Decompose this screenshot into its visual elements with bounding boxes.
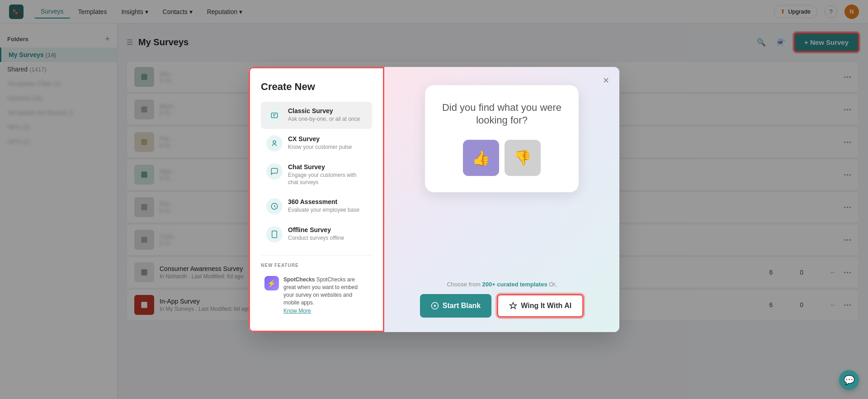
template-choice-text: Choose from 200+ curated templates Or, <box>399 281 605 288</box>
spotchecks-icon: ⚡ <box>264 276 279 290</box>
option-title-chat: Chat Survey <box>288 163 367 171</box>
option-title-cx: CX Survey <box>288 135 367 142</box>
option-desc-360: Evaluate your employee base <box>288 206 367 214</box>
thumb-up-button[interactable]: 👍 <box>463 140 499 176</box>
option-desc-cx: Know your customer pulse <box>288 143 367 151</box>
option-title-360: 360 Assessment <box>288 198 367 205</box>
option-desc-chat: Engage your customers with chat surveys <box>288 171 367 187</box>
preview-question-text: Did you find what you were looking for? <box>439 101 564 127</box>
modal-title: Create New <box>261 81 372 93</box>
chat-bubble-button[interactable]: 💬 <box>839 370 859 390</box>
thumb-down-button[interactable]: 👎 <box>505 140 541 176</box>
option-chat-survey[interactable]: Chat Survey Engage your customers with c… <box>261 158 372 192</box>
preview-card: Did you find what you were looking for? … <box>425 85 579 192</box>
option-desc-offline: Conduct surveys offline <box>288 234 367 242</box>
chat-survey-icon <box>266 163 283 180</box>
spotchecks-item: ⚡ SpotChecks SpotChecks are great when y… <box>261 272 372 318</box>
spotchecks-description: SpotChecks SpotChecks are great when you… <box>283 276 368 306</box>
offline-survey-icon <box>266 226 283 242</box>
option-title-classic: Classic Survey <box>288 107 367 114</box>
option-desc-classic: Ask one-by-one, or all at once <box>288 115 367 123</box>
option-cx-survey[interactable]: CX Survey Know your customer pulse <box>261 130 372 157</box>
option-classic-survey[interactable]: Classic Survey Ask one-by-one, or all at… <box>261 102 372 129</box>
start-blank-button[interactable]: Start Blank <box>420 294 491 318</box>
option-title-offline: Offline Survey <box>288 226 367 233</box>
svg-point-9 <box>273 141 276 143</box>
modal-close-button[interactable]: ✕ <box>599 74 612 87</box>
option-offline-survey[interactable]: Offline Survey Conduct surveys offline <box>261 221 372 248</box>
know-more-link[interactable]: Know More <box>283 308 311 314</box>
svg-rect-8 <box>271 113 278 118</box>
preview-buttons: 👍 👎 <box>439 140 564 176</box>
wing-it-with-ai-button[interactable]: Wing It With AI <box>497 294 584 318</box>
360-assessment-icon <box>266 198 283 214</box>
modal-bottom-section: Choose from 200+ curated templates Or, S… <box>399 281 605 318</box>
create-new-modal: Create New Classic Survey Ask one-by-one… <box>249 67 619 332</box>
cx-survey-icon <box>266 135 283 152</box>
modal-overlay: Create New Classic Survey Ask one-by-one… <box>0 0 868 399</box>
option-360-assessment[interactable]: 360 Assessment Evaluate your employee ba… <box>261 193 372 220</box>
modal-right-panel: ✕ Did you find what you were looking for… <box>384 67 619 332</box>
new-feature-badge: NEW FEATURE <box>261 263 372 268</box>
classic-survey-icon <box>266 107 283 124</box>
new-feature-section: NEW FEATURE ⚡ SpotChecks SpotChecks are … <box>261 255 372 318</box>
modal-action-buttons: Start Blank Wing It With AI <box>399 294 605 318</box>
modal-left-panel: Create New Classic Survey Ask one-by-one… <box>249 67 384 332</box>
